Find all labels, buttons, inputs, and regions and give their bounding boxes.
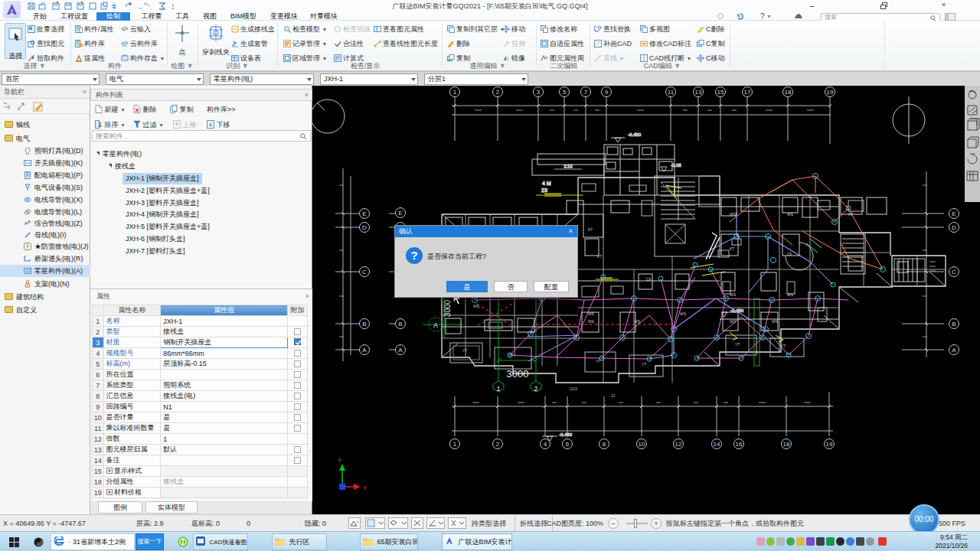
svg-text:KT: KT — [848, 212, 853, 217]
svg-text:WS: WS — [634, 319, 641, 324]
svg-text:E: E — [398, 210, 402, 217]
svg-text:B: B — [952, 321, 956, 328]
svg-text:WS: WS — [787, 292, 794, 297]
svg-text:WS: WS — [730, 292, 737, 297]
svg-text:4: 4 — [544, 441, 547, 448]
svg-text:WS: WS — [787, 212, 794, 217]
svg-text:KT: KT — [730, 246, 734, 251]
svg-text:1: 1 — [496, 385, 500, 393]
svg-text:16: 16 — [736, 441, 743, 448]
svg-text:JJ: JJ — [611, 393, 616, 398]
svg-text:12: 12 — [675, 441, 682, 448]
svg-text:-0.05: -0.05 — [671, 163, 681, 168]
svg-text:19: 19 — [827, 89, 834, 96]
svg-text:2: 2 — [534, 385, 537, 393]
svg-text:Y: Y — [338, 457, 342, 464]
svg-text:19: 19 — [826, 441, 833, 448]
svg-text:6: 6 — [566, 441, 570, 448]
svg-text:5: 5 — [563, 89, 567, 96]
svg-text:-0.450: -0.450 — [559, 432, 573, 437]
svg-text:2: 2 — [496, 89, 500, 96]
svg-text:18: 18 — [785, 89, 792, 96]
svg-text:3000: 3000 — [507, 368, 529, 380]
svg-text:A: A — [398, 347, 403, 354]
svg-text:WS: WS — [730, 212, 737, 217]
svg-text:15: 15 — [717, 89, 724, 96]
svg-text:7: 7 — [584, 89, 588, 96]
svg-text:E: E — [952, 210, 956, 217]
svg-text:10: 10 — [639, 441, 645, 448]
svg-text:4 M: 4 M — [542, 181, 551, 186]
svg-text:B: B — [362, 321, 366, 328]
svg-text:▼: ▼ — [766, 14, 772, 19]
svg-text:18: 18 — [783, 441, 790, 448]
svg-text:1:12: 1:12 — [564, 164, 573, 168]
svg-text:E: E — [362, 210, 366, 217]
svg-text:1: 1 — [453, 89, 457, 96]
svg-text:3: 3 — [537, 89, 541, 96]
svg-text:WS: WS — [473, 304, 480, 308]
svg-text:A: A — [952, 347, 956, 354]
svg-text:D: D — [952, 224, 956, 231]
svg-text:KT: KT — [597, 254, 602, 259]
svg-text:23: 23 — [541, 187, 547, 193]
svg-text:D: D — [362, 224, 367, 231]
svg-text:C: C — [362, 269, 367, 276]
svg-text:KT: KT — [588, 227, 593, 232]
svg-text:YT: YT — [462, 348, 467, 353]
svg-text:8: 8 — [603, 441, 606, 448]
svg-text:C: C — [952, 269, 956, 276]
svg-text:11: 11 — [668, 89, 675, 96]
svg-text:YT: YT — [642, 362, 646, 367]
svg-text:WS: WS — [772, 319, 779, 324]
svg-text:WS: WS — [730, 319, 737, 324]
svg-text:A: A — [362, 347, 367, 354]
svg-text:13: 13 — [695, 89, 702, 96]
svg-text:WS: WS — [588, 319, 595, 324]
svg-text:-0.450: -0.450 — [628, 132, 642, 137]
svg-text:2: 2 — [496, 441, 500, 448]
svg-text:YT: YT — [735, 342, 740, 347]
svg-text:9: 9 — [605, 89, 609, 96]
svg-text:17: 17 — [744, 89, 751, 96]
svg-text:B: B — [398, 321, 402, 328]
svg-text:WS: WS — [680, 311, 687, 316]
svg-text:1: 1 — [453, 441, 457, 448]
svg-text:X: X — [363, 484, 368, 491]
svg-text:A: A — [433, 321, 438, 329]
svg-text:?: ? — [760, 12, 765, 21]
svg-text:14: 14 — [714, 441, 720, 448]
svg-text:JJJJ: JJJJ — [570, 386, 578, 391]
